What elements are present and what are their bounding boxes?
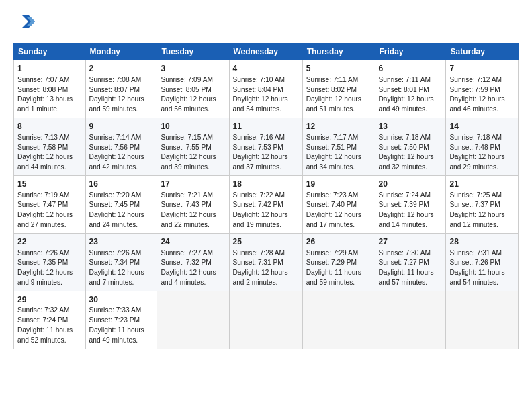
day-number: 10 [161, 121, 225, 132]
day-number: 5 [306, 63, 371, 75]
day-info: Sunrise: 7:14 AM Sunset: 7:56 PM Dayligh… [89, 133, 154, 173]
day-number: 3 [161, 63, 225, 75]
calendar-cell: 5Sunrise: 7:11 AM Sunset: 8:02 PM Daylig… [302, 60, 375, 118]
calendar-cell [157, 291, 229, 349]
day-info: Sunrise: 7:16 AM Sunset: 7:53 PM Dayligh… [233, 133, 299, 173]
calendar-header-saturday: Saturday [446, 44, 519, 60]
day-number: 6 [379, 63, 443, 75]
day-number: 15 [17, 179, 82, 190]
calendar-cell: 1Sunrise: 7:07 AM Sunset: 8:08 PM Daylig… [14, 60, 86, 118]
calendar-cell: 6Sunrise: 7:11 AM Sunset: 8:01 PM Daylig… [375, 60, 446, 118]
calendar-cell: 2Sunrise: 7:08 AM Sunset: 8:07 PM Daylig… [85, 60, 157, 118]
calendar-cell: 19Sunrise: 7:23 AM Sunset: 7:40 PM Dayli… [302, 175, 375, 233]
calendar-cell: 15Sunrise: 7:19 AM Sunset: 7:47 PM Dayli… [14, 175, 86, 233]
day-number: 12 [306, 121, 371, 132]
day-number: 30 [89, 294, 154, 306]
calendar-cell [229, 291, 302, 349]
day-info: Sunrise: 7:24 AM Sunset: 7:39 PM Dayligh… [379, 191, 443, 230]
calendar-cell: 3Sunrise: 7:09 AM Sunset: 8:05 PM Daylig… [157, 60, 229, 118]
calendar-cell: 17Sunrise: 7:21 AM Sunset: 7:43 PM Dayli… [157, 175, 229, 233]
day-info: Sunrise: 7:25 AM Sunset: 7:37 PM Dayligh… [449, 191, 515, 230]
day-number: 18 [233, 179, 299, 190]
calendar-cell: 26Sunrise: 7:29 AM Sunset: 7:29 PM Dayli… [302, 233, 375, 291]
day-info: Sunrise: 7:18 AM Sunset: 7:48 PM Dayligh… [449, 133, 515, 173]
calendar-cell: 12Sunrise: 7:17 AM Sunset: 7:51 PM Dayli… [302, 118, 375, 175]
day-info: Sunrise: 7:27 AM Sunset: 7:32 PM Dayligh… [161, 248, 225, 288]
calendar-header-thursday: Thursday [302, 44, 375, 60]
calendar-cell: 8Sunrise: 7:13 AM Sunset: 7:58 PM Daylig… [14, 118, 86, 175]
calendar-week-1: 1Sunrise: 7:07 AM Sunset: 8:08 PM Daylig… [14, 60, 519, 118]
day-info: Sunrise: 7:12 AM Sunset: 7:59 PM Dayligh… [449, 75, 515, 115]
calendar: SundayMondayTuesdayWednesdayThursdayFrid… [13, 43, 519, 349]
day-number: 22 [17, 236, 82, 248]
day-info: Sunrise: 7:11 AM Sunset: 8:02 PM Dayligh… [306, 75, 371, 115]
calendar-week-2: 8Sunrise: 7:13 AM Sunset: 7:58 PM Daylig… [14, 118, 519, 175]
day-info: Sunrise: 7:32 AM Sunset: 7:24 PM Dayligh… [17, 306, 82, 345]
day-number: 13 [379, 121, 443, 132]
calendar-header-row: SundayMondayTuesdayWednesdayThursdayFrid… [14, 44, 519, 60]
day-number: 16 [89, 179, 154, 190]
day-info: Sunrise: 7:26 AM Sunset: 7:35 PM Dayligh… [17, 248, 82, 288]
day-info: Sunrise: 7:26 AM Sunset: 7:34 PM Dayligh… [89, 248, 154, 288]
day-number: 25 [233, 236, 299, 248]
calendar-header-friday: Friday [375, 44, 446, 60]
day-info: Sunrise: 7:10 AM Sunset: 8:04 PM Dayligh… [233, 75, 299, 115]
calendar-cell: 29Sunrise: 7:32 AM Sunset: 7:24 PM Dayli… [14, 291, 86, 349]
calendar-cell: 16Sunrise: 7:20 AM Sunset: 7:45 PM Dayli… [85, 175, 157, 233]
calendar-header-wednesday: Wednesday [229, 44, 302, 60]
calendar-cell: 7Sunrise: 7:12 AM Sunset: 7:59 PM Daylig… [446, 60, 519, 118]
day-info: Sunrise: 7:07 AM Sunset: 8:08 PM Dayligh… [17, 75, 82, 115]
day-number: 29 [17, 294, 82, 306]
day-info: Sunrise: 7:08 AM Sunset: 8:07 PM Dayligh… [89, 75, 154, 115]
calendar-cell: 13Sunrise: 7:18 AM Sunset: 7:50 PM Dayli… [375, 118, 446, 175]
calendar-cell: 10Sunrise: 7:15 AM Sunset: 7:55 PM Dayli… [157, 118, 229, 175]
calendar-cell: 4Sunrise: 7:10 AM Sunset: 8:04 PM Daylig… [229, 60, 302, 118]
day-info: Sunrise: 7:20 AM Sunset: 7:45 PM Dayligh… [89, 191, 154, 230]
calendar-week-4: 22Sunrise: 7:26 AM Sunset: 7:35 PM Dayli… [14, 233, 519, 291]
day-number: 11 [233, 121, 299, 132]
day-info: Sunrise: 7:31 AM Sunset: 7:26 PM Dayligh… [449, 248, 515, 288]
day-info: Sunrise: 7:30 AM Sunset: 7:27 PM Dayligh… [379, 248, 443, 288]
calendar-week-3: 15Sunrise: 7:19 AM Sunset: 7:47 PM Dayli… [14, 175, 519, 233]
day-info: Sunrise: 7:33 AM Sunset: 7:23 PM Dayligh… [89, 306, 154, 345]
day-info: Sunrise: 7:18 AM Sunset: 7:50 PM Dayligh… [379, 133, 443, 173]
calendar-cell: 21Sunrise: 7:25 AM Sunset: 7:37 PM Dayli… [446, 175, 519, 233]
calendar-cell [446, 291, 519, 349]
day-number: 19 [306, 179, 371, 190]
day-info: Sunrise: 7:13 AM Sunset: 7:58 PM Dayligh… [17, 133, 82, 173]
calendar-header-sunday: Sunday [14, 44, 86, 60]
day-number: 7 [449, 63, 515, 75]
day-number: 1 [17, 63, 82, 75]
day-number: 17 [161, 179, 225, 190]
calendar-header-tuesday: Tuesday [157, 44, 229, 60]
day-info: Sunrise: 7:29 AM Sunset: 7:29 PM Dayligh… [306, 248, 371, 288]
day-info: Sunrise: 7:11 AM Sunset: 8:01 PM Dayligh… [379, 75, 443, 115]
calendar-header-monday: Monday [85, 44, 157, 60]
day-number: 4 [233, 63, 299, 75]
day-info: Sunrise: 7:23 AM Sunset: 7:40 PM Dayligh… [306, 191, 371, 230]
day-info: Sunrise: 7:09 AM Sunset: 8:05 PM Dayligh… [161, 75, 225, 115]
day-number: 24 [161, 236, 225, 248]
day-number: 20 [379, 179, 443, 190]
calendar-cell: 22Sunrise: 7:26 AM Sunset: 7:35 PM Dayli… [14, 233, 86, 291]
logo [13, 12, 40, 36]
page: SundayMondayTuesdayWednesdayThursdayFrid… [0, 0, 532, 411]
day-info: Sunrise: 7:19 AM Sunset: 7:47 PM Dayligh… [17, 191, 82, 230]
svg-marker-1 [27, 17, 35, 26]
day-number: 14 [449, 121, 515, 132]
header [13, 12, 519, 36]
calendar-cell: 14Sunrise: 7:18 AM Sunset: 7:48 PM Dayli… [446, 118, 519, 175]
calendar-cell: 28Sunrise: 7:31 AM Sunset: 7:26 PM Dayli… [446, 233, 519, 291]
logo-icon [13, 12, 38, 36]
calendar-cell: 30Sunrise: 7:33 AM Sunset: 7:23 PM Dayli… [85, 291, 157, 349]
day-number: 26 [306, 236, 371, 248]
day-info: Sunrise: 7:15 AM Sunset: 7:55 PM Dayligh… [161, 133, 225, 173]
day-number: 23 [89, 236, 154, 248]
day-info: Sunrise: 7:17 AM Sunset: 7:51 PM Dayligh… [306, 133, 371, 173]
calendar-cell: 11Sunrise: 7:16 AM Sunset: 7:53 PM Dayli… [229, 118, 302, 175]
calendar-cell: 25Sunrise: 7:28 AM Sunset: 7:31 PM Dayli… [229, 233, 302, 291]
day-number: 21 [449, 179, 515, 190]
calendar-cell: 20Sunrise: 7:24 AM Sunset: 7:39 PM Dayli… [375, 175, 446, 233]
calendar-cell: 23Sunrise: 7:26 AM Sunset: 7:34 PM Dayli… [85, 233, 157, 291]
calendar-week-5: 29Sunrise: 7:32 AM Sunset: 7:24 PM Dayli… [14, 291, 519, 349]
